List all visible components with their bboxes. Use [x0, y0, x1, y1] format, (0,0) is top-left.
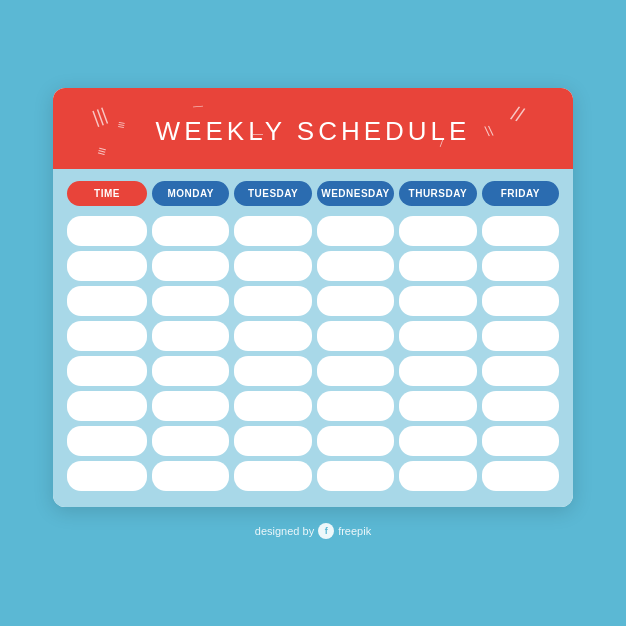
table-row[interactable] [152, 391, 229, 421]
table-row[interactable] [482, 356, 559, 386]
footer: designed by f freepik [255, 523, 371, 539]
table-row[interactable] [234, 216, 311, 246]
table-row[interactable] [234, 286, 311, 316]
table-row[interactable] [399, 321, 476, 351]
table-row[interactable] [317, 216, 394, 246]
table-row[interactable] [67, 286, 147, 316]
table-row[interactable] [152, 426, 229, 456]
day-headers-row: TIME MONDAY TUESDAY WEDNESDAY THURSDAY F… [67, 181, 559, 206]
table-row[interactable] [152, 286, 229, 316]
table-row[interactable] [317, 356, 394, 386]
card-body: TIME MONDAY TUESDAY WEDNESDAY THURSDAY F… [53, 169, 573, 507]
brand-label: freepik [338, 525, 371, 537]
monday-button[interactable]: MONDAY [152, 181, 229, 206]
time-button[interactable]: TIME [67, 181, 147, 206]
table-row[interactable] [317, 461, 394, 491]
table-row[interactable] [67, 216, 147, 246]
table-row[interactable] [152, 251, 229, 281]
table-row[interactable] [317, 251, 394, 281]
table-row[interactable] [399, 286, 476, 316]
table-row[interactable] [152, 356, 229, 386]
table-row[interactable] [399, 426, 476, 456]
table-row[interactable] [482, 286, 559, 316]
table-row[interactable] [234, 461, 311, 491]
table-row[interactable] [67, 426, 147, 456]
friday-button[interactable]: FRIDAY [482, 181, 559, 206]
table-row[interactable] [234, 321, 311, 351]
table-row[interactable] [317, 286, 394, 316]
table-row[interactable] [399, 461, 476, 491]
table-row[interactable] [317, 321, 394, 351]
card-header: ||| ≡ — — // \\ ≡ / WEEKLY SCHEDULE [53, 88, 573, 169]
table-row[interactable] [482, 216, 559, 246]
table-row[interactable] [67, 391, 147, 421]
schedule-grid [67, 216, 559, 491]
table-row[interactable] [234, 426, 311, 456]
table-row[interactable] [482, 461, 559, 491]
table-row[interactable] [67, 321, 147, 351]
table-row[interactable] [482, 251, 559, 281]
table-row[interactable] [399, 356, 476, 386]
page-title: WEEKLY SCHEDULE [83, 116, 543, 147]
thursday-button[interactable]: THURSDAY [399, 181, 476, 206]
freepik-logo-icon: f [318, 523, 334, 539]
table-row[interactable] [234, 356, 311, 386]
table-row[interactable] [67, 461, 147, 491]
table-row[interactable] [234, 391, 311, 421]
table-row[interactable] [399, 251, 476, 281]
table-row[interactable] [399, 391, 476, 421]
table-row[interactable] [152, 461, 229, 491]
wednesday-button[interactable]: WEDNESDAY [317, 181, 394, 206]
table-row[interactable] [317, 426, 394, 456]
table-row[interactable] [67, 251, 147, 281]
designed-by-label: designed by [255, 525, 314, 537]
table-row[interactable] [399, 216, 476, 246]
table-row[interactable] [317, 391, 394, 421]
table-row[interactable] [482, 321, 559, 351]
table-row[interactable] [482, 391, 559, 421]
weekly-schedule-card: ||| ≡ — — // \\ ≡ / WEEKLY SCHEDULE TIME… [53, 88, 573, 507]
table-row[interactable] [234, 251, 311, 281]
table-row[interactable] [482, 426, 559, 456]
table-row[interactable] [67, 356, 147, 386]
deco-dash-3: — [193, 99, 204, 111]
tuesday-button[interactable]: TUESDAY [234, 181, 311, 206]
table-row[interactable] [152, 216, 229, 246]
table-row[interactable] [152, 321, 229, 351]
